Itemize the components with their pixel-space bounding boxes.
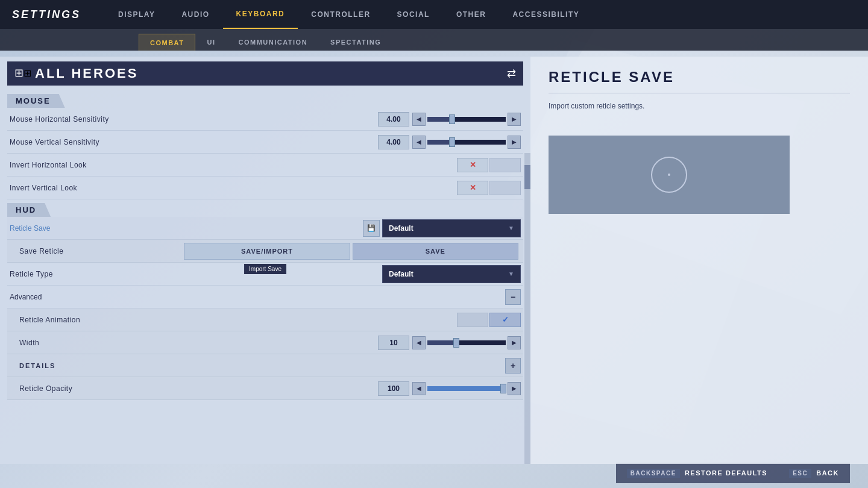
mouse-v-sensitivity-label: Mouse Vertical Sensitivity xyxy=(10,138,378,146)
invert-v-look-label: Invert Vertical Look xyxy=(10,184,457,192)
reticle-opacity-value: 100 xyxy=(378,381,409,396)
invert-v-look-toggle: ✕ xyxy=(457,181,521,195)
nav-item-accessibility[interactable]: ACCESSIBILITY xyxy=(499,0,593,29)
nav-item-social[interactable]: SOCIAL xyxy=(384,0,443,29)
nav-item-display[interactable]: DISPLAY xyxy=(105,0,168,29)
reticle-circle xyxy=(651,157,687,193)
setting-row-mouse-h-sensitivity: Mouse Horizontal Sensitivity 4.00 ◀ ▶ xyxy=(7,108,523,131)
reticle-save-label: Reticle Save xyxy=(10,224,363,233)
right-panel: RETICLE SAVE Import custom reticle setti… xyxy=(530,57,868,464)
reticle-type-dropdown-value: Default xyxy=(389,270,508,278)
mouse-h-sensitivity-decrease[interactable]: ◀ xyxy=(412,113,426,126)
invert-h-look-toggle-spacer xyxy=(489,158,521,172)
mouse-v-sensitivity-value: 4.00 xyxy=(378,135,409,149)
mouse-v-sensitivity-decrease[interactable]: ◀ xyxy=(412,136,426,149)
reticle-dot xyxy=(668,174,670,176)
mouse-h-sensitivity-value: 4.00 xyxy=(378,112,409,127)
width-value: 10 xyxy=(378,336,409,350)
main-content: ⊞ ALL HEROES ⇄ MOUSE Mouse Horizontal Se… xyxy=(0,57,868,464)
nav-items: DISPLAY AUDIO KEYBOARD CONTROLLER SOCIAL… xyxy=(105,0,593,29)
mouse-section-header: MOUSE xyxy=(7,94,65,108)
right-panel-title: RETICLE SAVE xyxy=(549,69,850,93)
reticle-opacity-control: 100 ◀ ▶ xyxy=(378,381,521,396)
esc-button[interactable]: ESC BACK xyxy=(778,463,850,483)
reticle-save-dropdown[interactable]: Default ▼ xyxy=(382,219,521,237)
reticle-save-icon-btn[interactable]: 💾 xyxy=(363,220,380,237)
hud-settings: Reticle Save 💾 Default ▼ Save Reticle SA… xyxy=(0,217,530,400)
setting-row-invert-v-look: Invert Vertical Look ✕ xyxy=(7,177,523,199)
reticle-animation-toggle-spacer xyxy=(457,313,488,327)
tab-ui[interactable]: UI xyxy=(195,34,227,51)
invert-v-look-toggle-off[interactable]: ✕ xyxy=(457,181,488,195)
hero-selector[interactable]: ⊞ ALL HEROES ⇄ xyxy=(7,61,523,86)
setting-row-invert-h-look: Invert Horizontal Look ✕ xyxy=(7,154,523,177)
setting-row-mouse-v-sensitivity: Mouse Vertical Sensitivity 4.00 ◀ ▶ xyxy=(7,131,523,154)
mouse-h-sensitivity-control: 4.00 ◀ ▶ xyxy=(378,112,521,127)
tab-spectating[interactable]: SPECTATING xyxy=(319,34,392,51)
hud-section-header: HUD xyxy=(7,203,51,217)
details-label: DETAILS xyxy=(19,362,505,369)
hero-selector-icon: ⊞ xyxy=(14,66,29,81)
reticle-animation-toggle: ✓ xyxy=(457,313,521,327)
hero-selector-arrow-icon: ⇄ xyxy=(507,67,516,80)
left-panel: ⊞ ALL HEROES ⇄ MOUSE Mouse Horizontal Se… xyxy=(0,57,530,464)
mouse-h-sensitivity-label: Mouse Horizontal Sensitivity xyxy=(10,115,378,124)
mouse-h-sensitivity-slider[interactable] xyxy=(427,117,506,122)
save-reticle-label: Save Reticle xyxy=(19,247,184,255)
width-row: Width 10 ◀ ▶ xyxy=(7,331,523,354)
restore-defaults-label: RESTORE DEFAULTS xyxy=(685,469,767,477)
reticle-type-dropdown-arrow-icon: ▼ xyxy=(508,271,514,277)
nav-item-controller[interactable]: CONTROLLER xyxy=(298,0,383,29)
mouse-v-sensitivity-slider[interactable] xyxy=(427,140,506,145)
tab-communication[interactable]: COMMUNICATION xyxy=(227,34,319,51)
reticle-save-dropdown-value: Default xyxy=(389,224,508,233)
save-button[interactable]: SAVE xyxy=(353,243,518,260)
back-label: BACK xyxy=(816,469,839,477)
reticle-opacity-row: Reticle Opacity 100 ◀ ▶ xyxy=(7,377,523,400)
top-navigation: SETTINGS DISPLAY AUDIO KEYBOARD CONTROLL… xyxy=(0,0,868,29)
invert-h-look-toggle: ✕ xyxy=(457,158,521,172)
invert-v-look-toggle-spacer xyxy=(489,181,521,195)
reticle-opacity-increase[interactable]: ▶ xyxy=(508,382,521,395)
invert-h-look-label: Invert Horizontal Look xyxy=(10,161,457,169)
app-title: SETTINGS xyxy=(12,8,81,21)
import-save-tooltip: Import Save xyxy=(244,264,286,274)
reticle-type-dropdown[interactable]: Default ▼ xyxy=(382,265,521,283)
reticle-animation-row: Reticle Animation ✓ xyxy=(7,308,523,331)
width-slider[interactable] xyxy=(427,340,506,345)
scrollbar[interactable] xyxy=(524,153,530,464)
reticle-animation-toggle-on[interactable]: ✓ xyxy=(489,313,521,327)
mouse-v-sensitivity-control: 4.00 ◀ ▶ xyxy=(378,135,521,149)
hero-selector-name: ALL HEROES xyxy=(35,66,507,81)
sub-tabs: COMBAT UI COMMUNICATION SPECTATING xyxy=(0,29,868,51)
esc-key-label: ESC xyxy=(789,469,811,478)
width-decrease[interactable]: ◀ xyxy=(412,336,426,349)
reticle-opacity-decrease[interactable]: ◀ xyxy=(412,382,426,395)
reticle-save-row: Reticle Save 💾 Default ▼ xyxy=(7,217,523,240)
save-import-button[interactable]: SAVE/IMPORT xyxy=(184,243,350,260)
scrollbar-thumb[interactable] xyxy=(524,165,530,189)
width-increase[interactable]: ▶ xyxy=(508,336,521,349)
details-row: DETAILS + xyxy=(7,354,523,377)
mouse-h-sensitivity-increase[interactable]: ▶ xyxy=(508,113,521,126)
backspace-button[interactable]: BACKSPACE RESTORE DEFAULTS xyxy=(616,463,778,483)
width-control: 10 ◀ ▶ xyxy=(378,336,521,350)
tab-combat[interactable]: COMBAT xyxy=(139,34,195,51)
reticle-opacity-slider[interactable] xyxy=(427,386,506,391)
reticle-animation-label: Reticle Animation xyxy=(19,316,457,324)
right-panel-description: Import custom reticle settings. xyxy=(549,101,850,111)
nav-item-audio[interactable]: AUDIO xyxy=(168,0,222,29)
nav-item-other[interactable]: OTHER xyxy=(443,0,500,29)
invert-h-look-toggle-off[interactable]: ✕ xyxy=(457,158,488,172)
width-label: Width xyxy=(19,339,378,347)
details-expand-button[interactable]: + xyxy=(505,358,521,374)
reticle-type-label: Reticle Type xyxy=(10,270,382,278)
reticle-preview xyxy=(549,136,790,214)
advanced-collapse-button[interactable]: − xyxy=(505,289,521,305)
mouse-v-sensitivity-increase[interactable]: ▶ xyxy=(508,136,521,149)
backspace-key-label: BACKSPACE xyxy=(627,469,680,478)
mouse-settings: Mouse Horizontal Sensitivity 4.00 ◀ ▶ Mo… xyxy=(0,108,530,199)
reticle-opacity-label: Reticle Opacity xyxy=(19,384,378,393)
save-reticle-row: Save Reticle SAVE/IMPORT SAVE Import Sav… xyxy=(7,240,523,263)
nav-item-keyboard[interactable]: KEYBOARD xyxy=(223,0,298,29)
